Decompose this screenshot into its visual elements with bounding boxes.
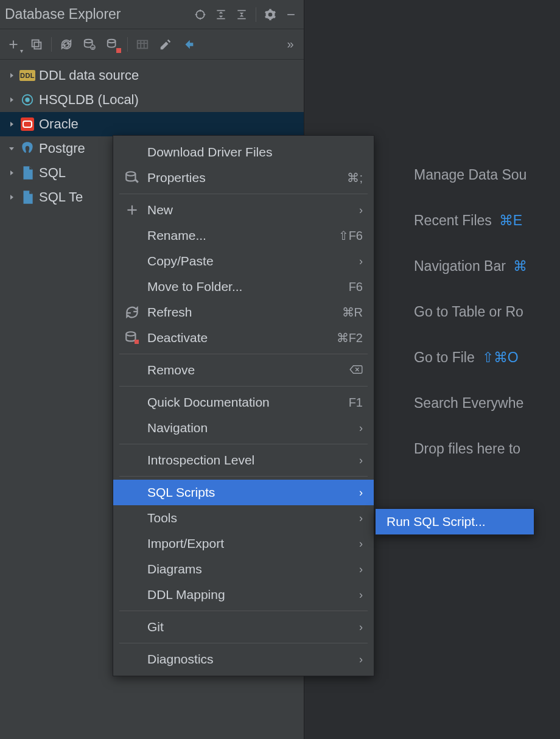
menu-separator	[119, 194, 368, 194]
settings-icon[interactable]	[261, 5, 279, 24]
separator	[256, 7, 256, 22]
chevron-right-icon	[7, 169, 16, 177]
ddl-icon: DDL	[19, 68, 35, 83]
action-search-everywhere[interactable]: Search Everywhe	[414, 395, 527, 412]
refresh-icon[interactable]	[55, 33, 77, 55]
action-navigation-bar[interactable]: Navigation Bar⌘	[414, 258, 527, 275]
chevron-right-icon	[7, 193, 16, 201]
menu-git[interactable]: Git›	[113, 614, 374, 640]
tree-label: Postgre	[39, 141, 85, 156]
panel-header: Database Explorer	[0, 0, 304, 29]
datasource-properties-icon[interactable]	[79, 33, 100, 55]
chevron-right-icon: ›	[359, 563, 363, 576]
tree-label: HSQLDB (Local)	[39, 92, 139, 108]
tree-item-oracle[interactable]: Oracle	[0, 112, 304, 136]
tree-item-ddl[interactable]: DDL DDL data source	[0, 63, 304, 88]
chevron-right-icon	[7, 96, 16, 104]
sql-file-icon	[19, 189, 35, 205]
collapse-all-icon[interactable]	[233, 5, 251, 24]
chevron-down-icon	[7, 144, 16, 153]
menu-navigation[interactable]: Navigation›	[113, 415, 374, 441]
menu-deactivate[interactable]: Deactivate ⌘F2	[113, 325, 374, 351]
menu-properties[interactable]: Properties ⌘;	[113, 165, 374, 191]
menu-quick-doc[interactable]: Quick DocumentationF1	[113, 390, 374, 415]
menu-diagnostics[interactable]: Diagnostics›	[113, 646, 374, 672]
chevron-right-icon: ›	[359, 422, 363, 435]
table-icon[interactable]	[131, 33, 153, 55]
sql-scripts-submenu: Run SQL Script...	[375, 508, 534, 535]
menu-separator	[119, 476, 368, 477]
menu-new[interactable]: New ›	[113, 197, 374, 223]
tree-item-hsqldb[interactable]: HSQLDB (Local)	[0, 88, 304, 112]
menu-introspection[interactable]: Introspection Level›	[113, 447, 374, 473]
tree-label: Oracle	[39, 116, 79, 132]
svg-rect-17	[138, 40, 148, 48]
action-goto-table[interactable]: Go to Table or Ro	[414, 304, 527, 320]
menu-rename[interactable]: Rename...⇧F6	[113, 223, 374, 248]
separator	[127, 37, 128, 52]
separator	[51, 37, 52, 52]
menu-separator	[119, 643, 368, 643]
menu-sql-scripts[interactable]: SQL Scripts›	[113, 480, 374, 505]
menu-move-folder[interactable]: Move to Folder...F6	[113, 274, 374, 299]
chevron-right-icon: ›	[359, 512, 363, 525]
svg-point-16	[108, 39, 116, 43]
chevron-right-icon: ›	[359, 538, 363, 550]
postgres-icon	[19, 141, 35, 156]
svg-point-23	[126, 172, 135, 176]
svg-point-0	[196, 10, 204, 18]
svg-point-26	[126, 332, 135, 336]
menu-ddl-mapping[interactable]: DDL Mapping›	[113, 582, 374, 608]
svg-rect-12	[34, 42, 41, 49]
minimize-icon[interactable]	[282, 5, 300, 24]
menu-import-export[interactable]: Import/Export›	[113, 531, 374, 556]
menu-remove[interactable]: Remove	[113, 357, 374, 383]
hsqldb-icon	[19, 92, 35, 108]
welcome-actions: Manage Data Sou Recent Files⌘E Navigatio…	[414, 167, 527, 457]
chevron-right-icon	[7, 120, 16, 128]
menu-refresh[interactable]: Refresh ⌘R	[113, 299, 374, 325]
deactivate-icon	[124, 330, 140, 346]
action-manage-datasources[interactable]: Manage Data Sou	[414, 167, 527, 183]
panel-title: Database Explorer	[5, 6, 191, 23]
menu-separator	[119, 354, 368, 354]
jump-to-console-icon[interactable]	[178, 33, 200, 55]
menu-tools[interactable]: Tools›	[113, 505, 374, 531]
menu-separator	[119, 611, 368, 611]
sql-file-icon	[19, 165, 35, 181]
menu-download-driver[interactable]: Download Driver Files	[113, 139, 374, 165]
svg-rect-6	[217, 18, 225, 19]
svg-rect-13	[32, 40, 39, 46]
plus-icon	[124, 202, 140, 218]
target-icon[interactable]	[191, 5, 209, 24]
menu-diagrams[interactable]: Diagrams›	[113, 556, 374, 582]
edit-icon[interactable]	[155, 33, 177, 55]
menu-separator	[119, 444, 368, 444]
expand-all-icon[interactable]	[212, 5, 230, 24]
deactivate-icon[interactable]	[102, 33, 124, 55]
action-drop-files: Drop files here to	[414, 441, 527, 457]
add-icon[interactable]: ▾	[2, 33, 24, 55]
chevron-right-icon: ›	[359, 204, 363, 217]
panel-toolbar: ▾ »	[0, 29, 304, 60]
action-recent-files[interactable]: Recent Files⌘E	[414, 212, 527, 229]
backspace-icon	[349, 363, 363, 377]
chevron-right-icon: ›	[359, 653, 363, 666]
context-menu: Download Driver Files Properties ⌘; New …	[113, 135, 374, 676]
more-icon[interactable]: »	[279, 33, 301, 55]
wrench-icon	[124, 170, 140, 186]
oracle-icon	[19, 116, 35, 132]
menu-copy-paste[interactable]: Copy/Paste›	[113, 248, 374, 274]
svg-rect-7	[237, 10, 245, 11]
svg-rect-8	[237, 18, 245, 19]
submenu-run-sql-script[interactable]: Run SQL Script...	[376, 509, 534, 534]
chevron-right-icon: ›	[359, 486, 363, 499]
chevron-right-icon	[7, 71, 16, 80]
action-goto-file[interactable]: Go to File⇧⌘O	[414, 349, 527, 366]
duplicate-icon[interactable]	[26, 33, 47, 55]
tree-label: SQL Te	[39, 189, 83, 205]
chevron-right-icon: ›	[359, 621, 363, 634]
svg-point-14	[85, 39, 93, 43]
chevron-right-icon: ›	[359, 255, 363, 268]
tree-label: DDL data source	[39, 68, 139, 83]
